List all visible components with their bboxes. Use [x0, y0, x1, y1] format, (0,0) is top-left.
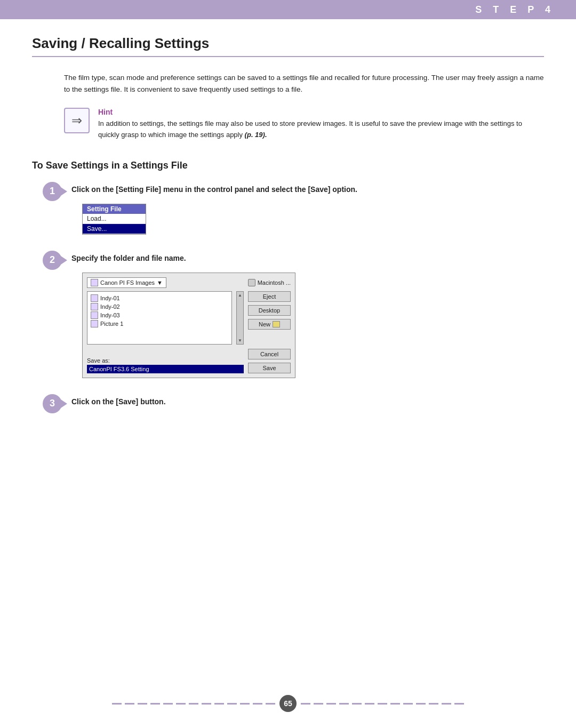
step-2-arrow	[61, 256, 67, 265]
step-2-number: 2	[50, 254, 55, 266]
new-button[interactable]: New	[248, 319, 291, 330]
step-3-arrow	[61, 399, 67, 408]
hint-icon: ⇒	[64, 108, 90, 133]
step-1-content: Click on the [Setting File] menu in the …	[71, 182, 544, 235]
title-rule	[32, 56, 544, 57]
page-content: Saving / Recalling Settings The film typ…	[0, 19, 576, 475]
folder-dropdown-button[interactable]: Canon PI FS Images ▼	[87, 277, 166, 288]
step-1-arrow	[61, 187, 67, 196]
dropdown-arrow-icon: ▼	[157, 279, 163, 286]
cancel-button[interactable]: Cancel	[248, 349, 291, 359]
footer-dashes-right	[301, 703, 464, 705]
new-folder-icon	[273, 321, 280, 327]
hint-box: ⇒ Hint In addition to settings, the sett…	[64, 108, 544, 141]
section-heading: To Save Settings in a Settings File	[32, 160, 544, 171]
file-list-scrollbar[interactable]: ▲ ▼	[236, 291, 244, 345]
hint-content: Hint In addition to settings, the settin…	[98, 108, 544, 141]
folder-label: Canon PI FS Images	[100, 279, 155, 286]
file-icon-2	[91, 303, 98, 310]
file-icon-4	[91, 320, 98, 327]
page-footer: 65	[0, 695, 576, 712]
menu-item-load[interactable]: Load...	[83, 214, 146, 224]
step-3-badge: 3	[43, 394, 62, 413]
step-2-instruction: Specify the folder and file name.	[71, 253, 544, 264]
eject-button[interactable]: Eject	[248, 291, 291, 302]
save-as-label: Save as:	[87, 357, 244, 364]
step-2-item: 2 Specify the folder and file name. Cano…	[43, 251, 544, 378]
save-as-section: Save as: CanonPI FS3.6 Setting	[87, 357, 244, 373]
hint-text: In addition to settings, the settings fi…	[98, 118, 544, 141]
step-2-badge: 2	[43, 251, 62, 270]
save-as-input[interactable]: CanonPI FS3.6 Setting	[87, 365, 244, 373]
step-1-item: 1 Click on the [Setting File] menu in th…	[43, 182, 544, 235]
file-item-indy01: Indy-01	[90, 294, 229, 302]
step-banner: S T E P 4	[0, 0, 576, 19]
step-3-item: 3 Click on the [Save] button.	[43, 394, 544, 416]
file-item-indy03: Indy-03	[90, 311, 229, 319]
dialog-save-row: Save as: CanonPI FS3.6 Setting Cancel Sa…	[87, 349, 291, 373]
save-button[interactable]: Save	[248, 363, 291, 373]
file-dialog: Canon PI FS Images ▼ Macintosh ... Indy-…	[82, 273, 295, 378]
file-icon-1	[91, 294, 98, 302]
file-item-picture1: Picture 1	[90, 319, 229, 328]
macintosh-label: Macintosh ...	[248, 279, 291, 286]
dialog-action-buttons: Eject Desktop New	[248, 291, 291, 345]
step-1-instruction: Click on the [Setting File] menu in the …	[71, 184, 544, 195]
step-1-number: 1	[50, 186, 55, 197]
hint-link: (p. 19).	[245, 131, 267, 139]
hint-arrow-icon: ⇒	[71, 113, 82, 128]
step-1-badge: 1	[43, 182, 62, 201]
page-number: 65	[279, 695, 297, 712]
hint-title: Hint	[98, 108, 544, 116]
file-item-indy02: Indy-02	[90, 302, 229, 311]
folder-icon	[91, 279, 98, 286]
desktop-button[interactable]: Desktop	[248, 305, 291, 316]
file-icon-3	[91, 311, 98, 319]
setting-file-menu[interactable]: Setting File Load... Save...	[82, 204, 146, 235]
menu-item-save[interactable]: Save...	[83, 224, 146, 234]
step-3-instruction: Click on the [Save] button.	[71, 396, 544, 407]
page-title: Saving / Recalling Settings	[32, 35, 544, 52]
step-3-content: Click on the [Save] button.	[71, 394, 544, 416]
scroll-up-icon[interactable]: ▲	[238, 293, 242, 298]
file-list: Indy-01 Indy-02 Indy-03 Picture 1	[87, 291, 232, 345]
intro-paragraph: The film type, scan mode and preference …	[64, 72, 544, 95]
step-label: S T E P 4	[475, 4, 555, 15]
dialog-top-row: Canon PI FS Images ▼ Macintosh ...	[87, 277, 291, 288]
footer-dashes-left	[112, 703, 275, 705]
scroll-down-icon[interactable]: ▼	[238, 338, 242, 343]
menu-header: Setting File	[83, 204, 146, 214]
disk-icon	[248, 279, 255, 286]
step-2-content: Specify the folder and file name. Canon …	[71, 251, 544, 378]
dialog-main: Indy-01 Indy-02 Indy-03 Picture 1	[87, 291, 291, 345]
step-3-number: 3	[50, 398, 55, 409]
